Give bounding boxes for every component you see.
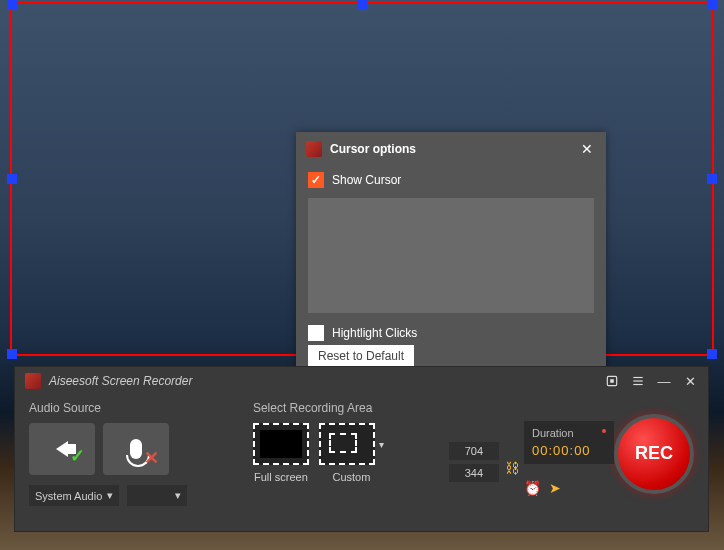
full-screen-label: Full screen: [254, 471, 308, 483]
show-cursor-checkbox[interactable]: [308, 172, 324, 188]
share-icon[interactable]: [604, 373, 620, 389]
system-audio-button[interactable]: ✓: [29, 423, 95, 475]
show-cursor-label: Show Cursor: [332, 173, 401, 187]
app-icon: [25, 373, 41, 389]
audio-source-section: Audio Source ✓ ✕ System Audio ▾ ▾: [29, 401, 243, 506]
svg-rect-3: [633, 384, 642, 385]
duration-section: Duration 00:00:00 ⏰ ➤: [524, 401, 604, 506]
width-input[interactable]: 704: [449, 442, 499, 460]
chevron-down-icon: ▾: [175, 489, 181, 502]
close-icon[interactable]: ✕: [682, 373, 698, 389]
chevron-down-icon: ▾: [107, 489, 113, 502]
duration-time: 00:00:00: [532, 443, 606, 458]
link-aspect-icon[interactable]: ⛓: [505, 460, 519, 476]
custom-label: Custom: [332, 471, 370, 483]
resize-handle-bottom-left[interactable]: [7, 349, 17, 359]
highlight-clicks-row: Hightlight Clicks: [308, 321, 594, 345]
dialog-body: Show Cursor Hightlight Clicks Reset to D…: [296, 166, 606, 379]
resize-handle-middle-left[interactable]: [7, 174, 17, 184]
menu-icon[interactable]: [630, 373, 646, 389]
resize-handle-top-left[interactable]: [7, 0, 17, 9]
show-cursor-row: Show Cursor: [308, 168, 594, 192]
reset-to-default-button[interactable]: Reset to Default: [308, 345, 414, 367]
svg-rect-1: [633, 377, 642, 378]
resize-handle-bottom-right[interactable]: [707, 349, 717, 359]
chevron-down-icon[interactable]: ▾: [379, 439, 384, 450]
resize-handle-middle-right[interactable]: [707, 174, 717, 184]
audio-source-label: Audio Source: [29, 401, 243, 415]
svg-rect-2: [633, 380, 642, 381]
resize-handle-top-middle[interactable]: [357, 0, 367, 9]
recorder-titlebar[interactable]: Aiseesoft Screen Recorder — ✕: [15, 367, 708, 395]
custom-area-button[interactable]: ▾ Custom: [319, 423, 384, 483]
speaker-icon: [56, 441, 68, 457]
system-audio-select[interactable]: System Audio ▾: [29, 485, 119, 506]
full-screen-icon: [253, 423, 309, 465]
record-button-label: REC: [635, 443, 673, 464]
highlight-clicks-label: Hightlight Clicks: [332, 326, 417, 340]
mic-audio-select[interactable]: ▾: [127, 485, 187, 506]
close-icon[interactable]: ✕: [578, 140, 596, 158]
recording-indicator-icon: [602, 429, 606, 433]
cursor-preview-panel: [308, 198, 594, 313]
recording-area-section: Select Recording Area Full screen ▾ Cust…: [253, 401, 439, 506]
dialog-title: Cursor options: [330, 142, 570, 156]
microphone-icon: [130, 439, 142, 459]
dialog-header[interactable]: Cursor options ✕: [296, 132, 606, 166]
height-input[interactable]: 344: [449, 464, 499, 482]
schedule-icon[interactable]: ⏰: [524, 480, 541, 496]
duration-label: Duration: [532, 427, 606, 439]
record-section: REC: [614, 401, 694, 506]
full-screen-button[interactable]: Full screen: [253, 423, 309, 483]
cursor-options-icon[interactable]: ➤: [549, 480, 561, 496]
app-icon: [306, 141, 322, 157]
recording-area-label: Select Recording Area: [253, 401, 439, 415]
cursor-options-dialog: Cursor options ✕ Show Cursor Hightlight …: [296, 132, 606, 379]
recorder-title: Aiseesoft Screen Recorder: [49, 374, 596, 388]
resize-handle-top-right[interactable]: [707, 0, 717, 9]
highlight-clicks-checkbox[interactable]: [308, 325, 324, 341]
duration-panel[interactable]: Duration 00:00:00: [524, 421, 614, 464]
check-icon: ✓: [70, 445, 85, 467]
record-button[interactable]: REC: [614, 414, 694, 494]
minimize-icon[interactable]: —: [656, 373, 672, 389]
dimensions-section: 704 344 ⛓: [449, 401, 514, 506]
recorder-panel: Aiseesoft Screen Recorder — ✕ Audio Sour…: [14, 366, 709, 532]
custom-area-icon: [319, 423, 375, 465]
x-icon: ✕: [144, 447, 159, 469]
microphone-button[interactable]: ✕: [103, 423, 169, 475]
system-audio-select-label: System Audio: [35, 490, 102, 502]
